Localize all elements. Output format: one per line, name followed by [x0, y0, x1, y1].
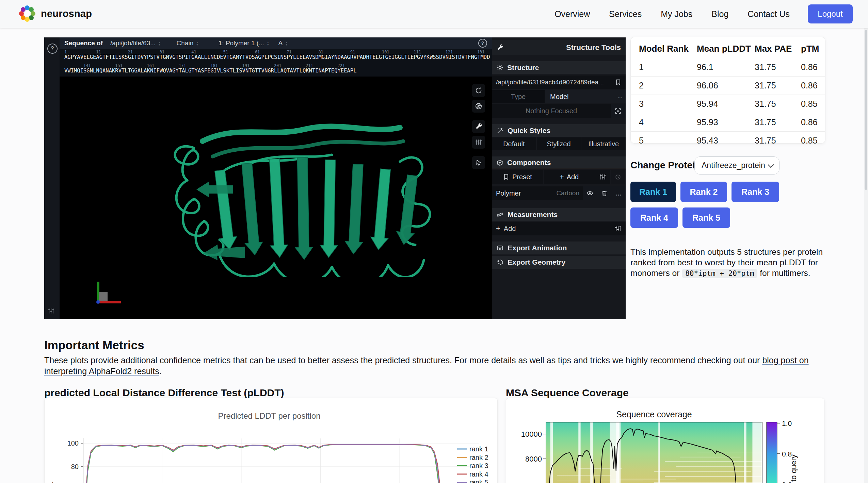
axes-gizmo[interactable]: [89, 276, 126, 308]
svg-text:rank 1: rank 1: [469, 445, 488, 453]
quick-style-default[interactable]: Default: [492, 137, 536, 150]
polymer-row[interactable]: Polymer Cartoon ...: [492, 186, 626, 200]
quick-style-illustrative[interactable]: Illustrative: [581, 137, 626, 150]
type-label-cell: Type: [492, 90, 545, 103]
rank-button-2[interactable]: Rank 2: [680, 182, 727, 202]
rank-button-4[interactable]: Rank 4: [630, 207, 678, 228]
delete-trash-icon[interactable]: [597, 186, 611, 200]
structure-select[interactable]: /api/job/file/63...▴▾: [110, 39, 160, 47]
table-cell: 96.06: [697, 81, 755, 90]
nav-link-my-jobs[interactable]: My Jobs: [661, 9, 692, 19]
table-header-row: Model RankMean pLDDTMax PAEpTM: [631, 40, 825, 58]
column-header: Mean pLDDT: [697, 44, 755, 54]
add-component-button[interactable]: + Add: [544, 170, 595, 184]
layout-settings-icon[interactable]: [48, 307, 54, 314]
nav-link-services[interactable]: Services: [609, 9, 642, 19]
measurement-options-icon[interactable]: [615, 225, 622, 232]
add-label: Add: [567, 173, 579, 181]
quick-style-stylized[interactable]: Stylized: [537, 137, 581, 150]
structure-file-row[interactable]: /api/job/file/631f9acb4d9072489dea...: [492, 76, 626, 89]
sequence-body[interactable]: 1112131415161718191101111121131AGPYAVELG…: [64, 49, 492, 77]
change-protein-select[interactable]: Antifreeze_protein: [694, 156, 779, 174]
export-animation-label: Export Animation: [508, 244, 567, 252]
table-cell: 95.93: [697, 117, 755, 127]
add-measurement-row[interactable]: + Add: [492, 222, 626, 235]
rank-button-3[interactable]: Rank 3: [732, 182, 779, 202]
implementation-note: This implementation outputs 5 structures…: [630, 247, 835, 279]
table-row: 296.0631.750.86: [631, 76, 825, 95]
msa-chart-card: 100008000Sequence coverage1.00.80.6to qu…: [506, 398, 824, 483]
table-cell: 2: [639, 81, 697, 90]
bookmark-icon[interactable]: [615, 79, 622, 86]
focus-target-icon[interactable]: [611, 104, 626, 118]
table-cell: 95.43: [697, 136, 755, 146]
rank-button-5[interactable]: Rank 5: [682, 207, 730, 228]
residue-numbers: 141151161171181191201211221: [64, 63, 492, 68]
focus-row: Nothing Focused: [492, 104, 626, 118]
viewer-canvas[interactable]: [60, 77, 492, 319]
structure-type-row: Type Model ...: [492, 90, 626, 103]
section-components[interactable]: Components: [492, 156, 626, 169]
neurosnap-logo-icon: [18, 5, 36, 22]
svg-text:Sequence coverage: Sequence coverage: [616, 410, 692, 419]
component-options-icon[interactable]: [595, 170, 610, 184]
structure-file-path: /api/job/file/631f9acb4d9072489dea...: [496, 79, 604, 86]
logout-button[interactable]: Logout: [808, 4, 853, 23]
help-icon[interactable]: ?: [47, 44, 58, 54]
sort-arrows-icon[interactable]: ▴▾: [286, 41, 287, 46]
sort-arrows-icon[interactable]: ▴▾: [267, 41, 269, 46]
type-value: Model: [550, 93, 568, 101]
nav-link-contact-us[interactable]: Contact Us: [748, 9, 790, 19]
selection-cursor-icon[interactable]: [472, 156, 485, 169]
residue-numbers: 1112131415161718191101111121131: [64, 50, 492, 54]
svg-text:rank 5: rank 5: [469, 479, 488, 483]
table-cell: 0.86: [801, 117, 825, 127]
table-cell: 95.94: [697, 99, 755, 109]
table-cell: 4: [639, 117, 697, 127]
visibility-eye-icon[interactable]: [583, 186, 597, 200]
polymer-select[interactable]: 1: Polymer 1 (...▴▾: [219, 39, 269, 47]
tools-wrench-icon[interactable]: [472, 120, 485, 133]
chain-id-select[interactable]: A▴▾: [278, 39, 287, 47]
rank-button-1[interactable]: Rank 1: [630, 182, 676, 202]
settings-sliders-icon[interactable]: [472, 136, 485, 149]
section-measurements[interactable]: Measurements: [492, 208, 626, 221]
svg-text:Predicted LDDT per position: Predicted LDDT per position: [218, 411, 320, 420]
magic-wand-icon: [497, 127, 503, 134]
history-clock-icon[interactable]: [611, 170, 625, 184]
sort-arrows-icon[interactable]: ▴▾: [196, 41, 198, 46]
section-structure[interactable]: Structure: [492, 61, 626, 74]
scrollbar-thumb[interactable]: [865, 30, 867, 190]
sequence-help-icon[interactable]: ?: [478, 39, 487, 48]
sort-arrows-icon[interactable]: ▴▾: [159, 41, 160, 46]
sequence-line-2[interactable]: 141151161171181191201211221VWIMQISGNLNQA…: [64, 63, 492, 76]
residue-letters[interactable]: AGPYAVELGEAGTFTILSKSGITDVYPSTVTGNVGTSPIT…: [64, 54, 490, 60]
brand-name: neurosnap: [41, 8, 92, 19]
section-export-animation[interactable]: Export Animation: [492, 242, 626, 254]
brand[interactable]: neurosnap: [18, 5, 92, 22]
svg-text:80: 80: [71, 463, 79, 470]
table-row: 395.9431.750.85: [631, 95, 825, 113]
cube-icon: [497, 160, 503, 166]
svg-text:to query: to query: [789, 454, 798, 482]
section-export-geometry[interactable]: Export Geometry: [492, 256, 626, 269]
reset-camera-icon[interactable]: [472, 84, 485, 97]
type-value-button[interactable]: Model ...: [545, 90, 626, 103]
table-cell: 31.75: [755, 136, 801, 146]
section-quick-styles[interactable]: Quick Styles: [492, 124, 626, 137]
more-options-icon[interactable]: ...: [611, 186, 626, 200]
chain-select[interactable]: Chain▴▾: [177, 39, 198, 47]
viewer-left-strip: ?: [44, 37, 60, 319]
nav-link-overview[interactable]: Overview: [554, 9, 590, 19]
viewer-controls: [472, 84, 485, 172]
screenshot-icon[interactable]: [472, 100, 485, 113]
preset-button[interactable]: Preset: [492, 170, 543, 184]
page-scrollbar[interactable]: [864, 28, 868, 483]
nav-link-blog[interactable]: Blog: [711, 9, 728, 19]
residue-letters[interactable]: VWIMQISGNLNQANAKRVTLTGGALAKNIFWQVAGYTALG…: [64, 68, 357, 74]
bookmark-icon: [503, 173, 510, 180]
add-measurement-label: Add: [504, 225, 516, 233]
ellipsis-icon[interactable]: ...: [618, 94, 626, 100]
svg-text:100: 100: [67, 439, 79, 447]
sequence-line-1[interactable]: 1112131415161718191101111121131AGPYAVELG…: [64, 49, 492, 63]
